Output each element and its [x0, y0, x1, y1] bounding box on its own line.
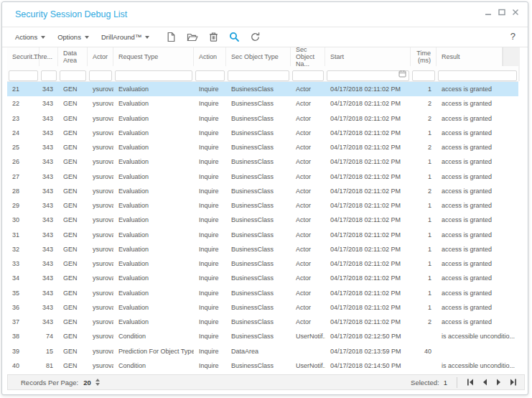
records-per-page-stepper[interactable] — [95, 379, 100, 386]
cell-action: Inquire — [194, 290, 226, 297]
table-row[interactable]: 30343GENysurovaEvaluationInquireBusiness… — [7, 213, 518, 227]
cell-sec_object_type: BusinessClass — [226, 100, 291, 107]
drillaround-menu[interactable]: DrillAround™ — [101, 33, 150, 41]
column-header-sec_object_type[interactable]: Sec Object Type — [226, 47, 291, 66]
table-row[interactable]: 33343GENysurovaEvaluationInquireBusiness… — [7, 256, 518, 271]
cell-time_ms: 2 — [411, 318, 437, 325]
refresh-icon[interactable] — [250, 32, 261, 42]
table-row[interactable]: 27343GENysurovaEvaluationInquireBusiness… — [7, 170, 518, 184]
search-icon[interactable] — [229, 32, 240, 42]
table-row[interactable]: 34343GENysurovaEvaluationInquireBusiness… — [7, 271, 518, 285]
cell-data_area: GEN — [58, 129, 88, 136]
previous-page-icon[interactable] — [481, 379, 488, 386]
cell-result: is accessible unconditio... — [437, 362, 518, 369]
cell-sec_object_type: BusinessClass — [226, 333, 291, 340]
next-page-icon[interactable] — [495, 379, 503, 386]
column-header-time_ms[interactable]: Time (ms) — [411, 47, 437, 66]
column-header-request_type[interactable]: Request Type — [113, 47, 194, 66]
calendar-icon[interactable] — [398, 70, 406, 78]
options-menu-label: Options — [57, 33, 81, 41]
filter-input-result[interactable] — [438, 70, 517, 81]
cell-actor: ysurova — [88, 274, 113, 282]
cell-time_ms: 1 — [411, 274, 437, 282]
cell-security: 26 — [7, 158, 39, 165]
cell-data_area: GEN — [58, 188, 88, 195]
first-page-icon[interactable] — [467, 379, 474, 386]
table-row[interactable]: 29343GENysurovaEvaluationInquireBusiness… — [7, 198, 518, 213]
spinner-up-icon[interactable] — [95, 379, 100, 381]
table-row[interactable]: 28343GENysurovaEvaluationInquireBusiness… — [7, 184, 518, 198]
cell-time_ms: 1 — [411, 304, 437, 311]
cell-result: access is granted — [437, 158, 518, 165]
cell-thread: 343 — [39, 158, 58, 165]
chevron-down-icon — [145, 36, 149, 39]
filter-input-sec_object_type[interactable] — [228, 70, 289, 81]
cell-result: access is granted — [437, 290, 518, 297]
table-row[interactable]: 21343GENysurovaEvaluationInquireBusiness… — [7, 82, 518, 96]
cell-actor: ysurova — [88, 144, 113, 151]
filter-input-time_ms[interactable] — [412, 70, 435, 81]
cell-action: Inquire — [194, 362, 226, 369]
close-icon[interactable] — [512, 9, 519, 16]
table-row[interactable]: 35343GENysurovaEvaluationInquireBusiness… — [7, 286, 518, 300]
column-header-actor[interactable]: Actor — [88, 47, 113, 66]
delete-icon[interactable] — [208, 32, 219, 42]
cell-actor: ysurova — [88, 290, 113, 297]
filter-input-actor[interactable] — [89, 70, 112, 81]
filter-input-request_type[interactable] — [115, 70, 192, 81]
maximize-icon[interactable] — [498, 9, 505, 16]
cell-sec_object_name: Actor — [291, 100, 325, 107]
cell-thread: 343 — [39, 216, 58, 223]
filter-input-start[interactable] — [327, 70, 409, 81]
new-document-icon[interactable] — [166, 32, 177, 42]
column-header-sec_object_name[interactable]: Sec Object Na... — [291, 47, 325, 66]
table-row[interactable]: 32343GENysurovaEvaluationInquireBusiness… — [7, 242, 518, 256]
records-per-page-value[interactable]: 20 — [83, 379, 91, 387]
table-row[interactable]: 36343GENysurovaEvaluationInquireBusiness… — [7, 300, 518, 315]
column-header-thread[interactable]: Thre... — [39, 47, 58, 66]
filter-input-sec_object_name[interactable] — [292, 70, 324, 81]
spinner-down-icon[interactable] — [95, 383, 100, 386]
minimize-icon[interactable] — [485, 9, 492, 16]
cell-action: Inquire — [194, 318, 226, 325]
table-row[interactable]: 4081GENysurovaConditionInquireBusinessCl… — [7, 358, 518, 373]
table-row[interactable]: 24343GENysurovaEvaluationInquireBusiness… — [7, 126, 518, 140]
filter-input-security[interactable] — [9, 70, 38, 81]
cell-start: 04/17/2018 02:11:02 PM — [325, 246, 411, 253]
help-button[interactable]: ? — [510, 31, 515, 42]
table-row[interactable]: 3915GENysurovaPrediction For Object Type… — [7, 344, 518, 358]
last-page-icon[interactable] — [510, 379, 517, 386]
cell-data_area: GEN — [58, 304, 88, 311]
footer-divider — [457, 377, 457, 388]
open-folder-icon[interactable] — [187, 32, 198, 42]
options-menu[interactable]: Options — [57, 33, 89, 41]
cell-data_area: GEN — [58, 115, 88, 122]
table-row[interactable]: 25343GENysurovaEvaluationInquireBusiness… — [7, 140, 518, 154]
filter-input-data_area[interactable] — [60, 70, 86, 81]
header-row: Securit...Thre...Data AreaActorRequest T… — [7, 47, 520, 66]
cell-actor: ysurova — [88, 129, 113, 136]
table-row[interactable]: 37343GENysurovaEvaluationInquireBusiness… — [7, 315, 518, 329]
column-header-start[interactable]: Start — [325, 47, 411, 66]
filter-input-thread[interactable] — [41, 70, 57, 81]
cell-request_type: Condition — [113, 362, 194, 369]
column-header-result[interactable]: Result — [437, 47, 503, 66]
cell-security: 39 — [7, 348, 39, 355]
cell-actor: ysurova — [88, 231, 113, 239]
table-row[interactable]: 22343GENysurovaEvaluationInquireBusiness… — [7, 96, 518, 111]
actions-menu[interactable]: Actions — [15, 33, 45, 41]
column-header-data_area[interactable]: Data Area — [58, 47, 88, 66]
table-row[interactable]: 3874GENysurovaConditionInquireBusinessCl… — [7, 329, 518, 343]
cell-actor: ysurova — [88, 115, 113, 122]
table-row[interactable]: 31343GENysurovaEvaluationInquireBusiness… — [7, 228, 518, 242]
cell-request_type: Evaluation — [113, 260, 194, 267]
cell-security: 35 — [7, 290, 39, 297]
cell-action: Inquire — [194, 202, 226, 209]
cell-sec_object_type: BusinessClass — [226, 246, 291, 253]
table-row[interactable]: 23343GENysurovaEvaluationInquireBusiness… — [7, 111, 518, 126]
cell-action: Inquire — [194, 100, 226, 107]
column-header-action[interactable]: Action — [194, 47, 226, 66]
table-row[interactable]: 26343GENysurovaEvaluationInquireBusiness… — [7, 154, 518, 169]
filter-input-action[interactable] — [195, 70, 225, 81]
cell-result: access is granted — [437, 304, 518, 311]
